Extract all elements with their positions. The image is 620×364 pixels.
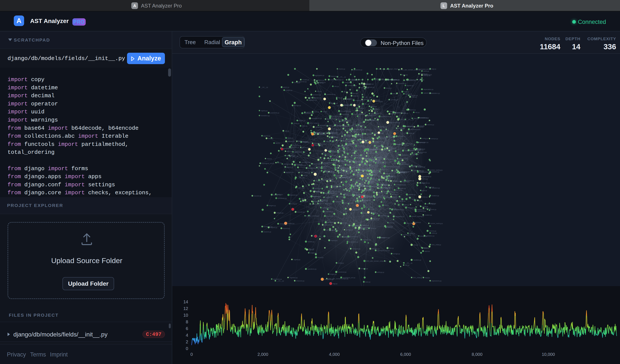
svg-text:indexes.py: indexes.py (427, 124, 434, 126)
svg-text:wsgi.py: wsgi.py (352, 92, 358, 94)
svg-text:models.py: models.py (402, 154, 409, 156)
svg-text:safestring.py: safestring.py (427, 203, 435, 205)
svg-text:creation.py: creation.py (425, 214, 432, 216)
svg-text:request.py: request.py (283, 228, 290, 229)
svg-text:request.py: request.py (263, 135, 270, 137)
svg-text:views.py: views.py (402, 74, 408, 76)
svg-text:constraints.py: constraints.py (361, 227, 371, 229)
svg-text:schema.py: schema.py (329, 157, 337, 159)
svg-text:safestring.py: safestring.py (418, 210, 426, 212)
svg-text:exceptions.py: exceptions.py (349, 241, 358, 243)
svg-text:storage.py: storage.py (294, 105, 301, 106)
svg-text:apps.py: apps.py (425, 250, 430, 252)
svg-text:files.py: files.py (391, 113, 396, 115)
svg-text:migration.py: migration.py (369, 174, 377, 176)
svg-text:registry.py: registry.py (342, 114, 349, 115)
svg-text:asgi.py: asgi.py (333, 283, 338, 285)
svg-text:state.py: state.py (361, 83, 366, 85)
svg-text:8,000: 8,000 (472, 352, 482, 357)
svg-text:compiler.py: compiler.py (389, 148, 397, 149)
svg-text:storage.py: storage.py (337, 79, 343, 81)
svg-text:loader.py: loader.py (355, 225, 361, 227)
svg-text:config.py: config.py (338, 262, 344, 264)
svg-text:deprecation.py: deprecation.py (354, 113, 364, 115)
svg-text:validation.py: validation.py (379, 183, 388, 185)
svg-text:http.py: http.py (415, 112, 420, 113)
svg-text:csrf.py: csrf.py (370, 209, 374, 210)
svg-text:executor.py: executor.py (352, 167, 360, 168)
svg-text:wsgi.py: wsgi.py (266, 158, 272, 160)
svg-text:state.py: state.py (345, 148, 351, 150)
svg-text:request.py: request.py (412, 154, 419, 155)
svg-text:query.py: query.py (378, 68, 384, 70)
svg-text:serializer.py: serializer.py (318, 167, 326, 169)
svg-text:admin.py: admin.py (311, 203, 318, 205)
svg-text:sessions.py: sessions.py (263, 231, 271, 233)
svg-text:operations.py: operations.py (273, 278, 282, 280)
svg-text:lookups.py: lookups.py (372, 142, 379, 143)
svg-text:compiler.py: compiler.py (410, 95, 418, 96)
svg-text:options.py: options.py (288, 141, 294, 142)
svg-text:functional.py: functional.py (327, 155, 335, 156)
svg-text:indexes.py: indexes.py (332, 140, 339, 142)
svg-text:aggregates.py: aggregates.py (422, 176, 432, 178)
svg-text:registry.py: registry.py (331, 240, 338, 241)
svg-text:utils.py: utils.py (317, 91, 322, 92)
svg-text:checks.py: checks.py (329, 136, 336, 137)
svg-text:formats.py: formats.py (361, 268, 368, 270)
svg-text:module_loading.py: module_loading.py (359, 139, 372, 141)
svg-text:images.py: images.py (299, 120, 306, 121)
svg-text:query.py: query.py (372, 179, 377, 181)
svg-text:writer.py: writer.py (376, 197, 382, 198)
svg-text:images.py: images.py (310, 252, 317, 254)
svg-text:creation.py: creation.py (417, 209, 425, 211)
svg-text:apps.py: apps.py (339, 186, 344, 188)
svg-text:0002_alter_domain_unique.py: 0002_alter_domain_unique.py (400, 69, 421, 71)
svg-text:settings.py: settings.py (283, 163, 291, 165)
svg-text:module_loading.py: module_loading.py (319, 203, 332, 205)
svg-text:constraints.py: constraints.py (368, 152, 378, 154)
svg-text:files.py: files.py (389, 247, 394, 249)
svg-text:4: 4 (186, 333, 188, 337)
svg-text:handlers.py: handlers.py (364, 196, 372, 198)
svg-text:manager.py: manager.py (273, 194, 281, 196)
svg-text:apps.py: apps.py (358, 198, 364, 199)
svg-text:14: 14 (184, 300, 188, 304)
svg-text:settings.py: settings.py (380, 126, 387, 128)
svg-text:query.py: query.py (357, 125, 363, 126)
svg-text:executor.py: executor.py (254, 195, 261, 197)
svg-text:migration.py: migration.py (289, 277, 298, 279)
svg-text:translation.py: translation.py (261, 115, 270, 117)
svg-text:__init__.py: __init__.py (317, 236, 325, 237)
svg-text:questioner.py: questioner.py (278, 197, 287, 199)
svg-text:constraints.py: constraints.py (348, 143, 357, 145)
svg-text:base.py: base.py (400, 162, 405, 163)
svg-text:settings.py: settings.py (346, 229, 353, 231)
svg-text:http.py: http.py (315, 180, 320, 182)
svg-text:validation.py: validation.py (381, 237, 390, 239)
svg-text:tree.py: tree.py (343, 169, 348, 171)
svg-text:files.py: files.py (364, 103, 369, 105)
svg-text:base.py: base.py (403, 112, 408, 114)
svg-text:constraints.py: constraints.py (316, 82, 326, 83)
svg-text:functional.py: functional.py (293, 145, 301, 146)
svg-text:images.py: images.py (330, 273, 337, 275)
svg-text:settings.py: settings.py (377, 272, 384, 273)
svg-text:functional.py: functional.py (403, 234, 411, 236)
svg-text:indexes.py: indexes.py (325, 197, 333, 198)
svg-text:6: 6 (186, 326, 188, 331)
svg-text:views.py: views.py (386, 87, 392, 89)
svg-text:storage.py: storage.py (280, 223, 287, 225)
svg-text:views.py: views.py (371, 228, 376, 229)
svg-text:widgets.py: widgets.py (360, 170, 368, 171)
svg-text:state.py: state.py (364, 175, 370, 177)
svg-text:request.py: request.py (381, 169, 388, 170)
svg-text:functional.py: functional.py (332, 151, 340, 153)
svg-text:constraints.py: constraints.py (347, 130, 356, 132)
svg-text:autodetector.py: autodetector.py (381, 116, 391, 118)
svg-text:options.py: options.py (362, 225, 369, 226)
svg-text:cache.py: cache.py (328, 150, 334, 152)
svg-text:encoding.py: encoding.py (338, 139, 346, 141)
svg-text:asgi.py: asgi.py (336, 159, 341, 161)
svg-text:functions.py: functions.py (308, 167, 316, 169)
